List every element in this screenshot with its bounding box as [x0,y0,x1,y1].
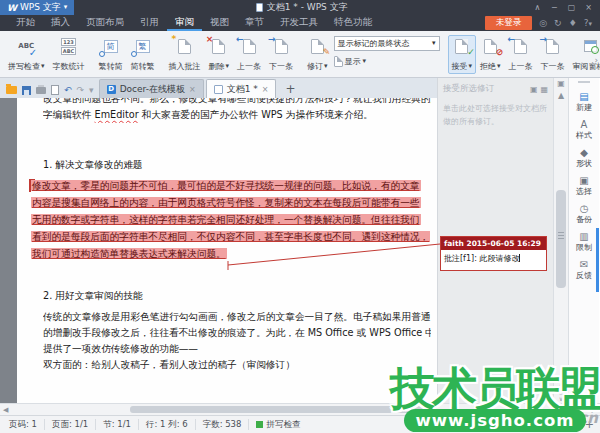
message-icon[interactable]: ◎ [539,19,547,28]
tab-document1[interactable]: 文档1 * × [206,79,277,98]
word-count-button[interactable]: 123ABC 字数统计 [49,35,89,74]
sidebar-item[interactable]: ▣ 选择 [576,175,592,197]
spellcheck-icon: ABC✓ [17,37,35,55]
collapse-ribbon-button[interactable]: ∧ [529,0,546,15]
previous-page-icon[interactable]: ∧ [559,381,563,388]
sidebar-item[interactable]: ✉ 反馈 [576,259,592,281]
update-icon[interactable]: ↻ [554,19,562,28]
menubar-right: 未登录 ◎ ↻ ♦ ?▾ [485,16,600,30]
hint-body: 单击此处可选择接受对文档所做的所有修订。 [443,102,548,128]
maximize-button[interactable]: ▢ [563,0,580,15]
comment-balloon[interactable]: faith 2015-06-05 16:29 批注[f1]: 此段请修改 [440,236,547,271]
ribbon-expand-icon[interactable]: › [594,55,598,65]
reject-revision-button[interactable]: ⊘ 拒绝▾ [476,35,505,74]
simp-to-trad-button[interactable]: 繁 简转繁 [127,35,159,74]
trad-to-simp-icon: 简 [102,37,120,55]
print-preview-icon[interactable] [51,85,59,95]
horizontal-scroll-thumb[interactable] [130,406,430,413]
sidebar-item-label: 选择 [576,187,592,197]
paragraph-2: 传统的文章修改是用彩色笔进行勾勾画画，修改之后的文章会一目了然。电子稿如果用普通… [43,309,431,373]
fit-page-icon[interactable]: ▣ [557,78,565,90]
scroll-up-icon[interactable]: ▲ [558,90,564,102]
docer-icon: D [107,85,116,94]
task-sidebar: ▤ 新建 A 样式 ◆ 形状 ▣ 选择 [568,78,599,403]
app-menu-button[interactable]: W WPS 文字 ▾ [0,0,74,15]
sidebar-item-icon: ✉ [580,259,588,271]
menu-tab[interactable]: 页面布局 [78,15,132,31]
undo-icon[interactable]: ↶ [64,86,72,95]
sidebar-item-icon: A [581,119,588,131]
tab-docer-templates[interactable]: D Docer-在线模板 × [99,79,204,98]
menu-tab[interactable]: 审阅 [167,15,202,31]
menu-tab[interactable]: 视图 [202,15,237,31]
trad-to-simp-button[interactable]: 简 繁转简 [95,35,127,74]
sidebar-item-label: 反馈 [576,271,592,281]
show-markup-button[interactable]: 显示▾ [334,56,440,67]
scroll-left-icon[interactable]: ◀ [3,405,8,415]
menu-tab[interactable]: 开发工具 [272,15,326,31]
statusbar: 页码: 1 页面: 1/1 节: 1/1 行: 1 列: 6 字数: 538 拼… [0,415,600,433]
menu-tab[interactable]: 开始 [8,15,43,31]
sidebar-item[interactable]: ▥ 限制 [576,231,592,253]
markup-state-combobox[interactable]: 显示标记的最终状态▾ [334,36,440,51]
sidebar-item[interactable]: A 样式 [576,119,592,141]
delete-comment-button[interactable]: × 删除▾ [205,35,234,74]
sidebar-collapse-handle[interactable] [578,81,590,83]
browse-object-icon[interactable]: ○ [558,388,563,395]
heading-1: 1. 解决文章修改的难题 [43,157,431,173]
markup-controls: 显示标记的最终状态▾ 显示▾ [332,35,442,75]
close-button[interactable]: × [580,0,597,15]
pane-view-icon[interactable]: ▦ [540,85,548,94]
previous-comment-button[interactable]: ← 上一条 [233,35,265,74]
next-comment-button[interactable]: → 下一条 [265,35,297,74]
horizontal-scrollbar[interactable]: ◀ ▶ [0,403,600,415]
sidebar-item-icon: ▣ [579,175,588,187]
spellcheck-flagged-word: EmEditor [95,109,139,120]
menu-tab[interactable]: 引用 [132,15,167,31]
redo-icon[interactable]: ↷ [77,86,85,95]
comment-text[interactable]: 批注[f1]: 此段请修改 [441,250,546,270]
sidebar-item[interactable]: ◆ 形状 [576,147,592,169]
open-file-icon[interactable] [6,86,17,94]
menu-tab[interactable]: 插入 [43,15,78,31]
paragraph-intro-clipped: 改文章的问题也各不同。那么，修改文章有哪些简便快捷的方法和技巧？就让我们用经典的… [43,98,431,107]
scroll-down-icon[interactable]: ▼ [559,374,564,381]
sidebar-item-icon: ▥ [579,231,588,243]
spellcheck-button[interactable]: ABC✓ 拼写检查▾ [4,35,49,74]
save-icon[interactable] [22,86,31,95]
accept-revisions-hint[interactable]: 接受所选修订 ▣ ▦ 单击此处可选择接受对文档所做的所有修订。 [438,78,553,133]
tracked-change-line: 看到的是每段后面的字符串不尽相同，不仅内容不同，甚至字串长度也不同。遇到这种情况… [31,228,437,245]
menu-tab[interactable]: 特色功能 [326,15,380,31]
sidebar-item[interactable]: ◷ 备份 [576,203,592,225]
paragraph-intro: 字编辑软件 EmEditor 和大家喜爱的国产办公软件 WPS 为操作环境来介绍… [43,107,431,123]
login-button[interactable]: 未登录 [485,16,533,30]
pane-select-icon[interactable]: ▣ [530,85,538,94]
review-pane-icon [582,37,600,55]
minimize-button[interactable]: ─ [546,0,563,15]
next-page-icon[interactable]: ∨ [559,395,563,402]
insert-comment-button[interactable]: * 插入批注 [165,35,205,74]
close-tab-icon[interactable]: × [262,85,269,94]
status-word-count[interactable]: 字数: 538 [196,419,250,430]
qat-dropdown-icon[interactable]: ▾ [89,86,94,95]
sidebar-item[interactable]: ▤ 新建 [576,91,592,113]
status-spellcheck[interactable]: 拼写检查 [249,419,307,430]
track-changes-button[interactable]: ✎ 修订▾ [303,35,332,74]
scroll-right-icon[interactable]: ▶ [592,405,597,415]
skin-icon[interactable]: ♦ [569,19,577,28]
next-revision-button[interactable]: → 下一条 [537,35,569,74]
document-canvas[interactable]: 改文章的问题也各不同。那么，修改文章有哪些简便快捷的方法和技巧？就让我们用经典的… [0,98,437,403]
tracked-change-line: 内容是搜集自网络上的内容，由于网页格式符号作怪，复制来的文本在每段后可能带有一些 [31,194,437,211]
new-tab-button[interactable]: + [278,82,302,98]
word-count-icon: 123ABC [60,37,78,55]
accept-revision-button[interactable]: ✓ 接受▾ [448,35,477,74]
print-icon[interactable] [36,87,46,94]
previous-revision-button[interactable]: ← 上一条 [505,35,537,74]
menu-tab[interactable]: 章节 [237,15,272,31]
vertical-scroll-thumb[interactable] [556,190,566,288]
zoom-in-button[interactable]: + [585,418,594,431]
help-icon[interactable]: ?▾ [584,19,592,28]
close-tab-icon[interactable]: × [189,85,196,94]
document-page[interactable]: 改文章的问题也各不同。那么，修改文章有哪些简便快捷的方法和技巧？就让我们用经典的… [17,98,437,403]
vertical-scrollbar[interactable]: ▣ ▲ ▼ ∧ ○ ∨ [553,78,568,403]
